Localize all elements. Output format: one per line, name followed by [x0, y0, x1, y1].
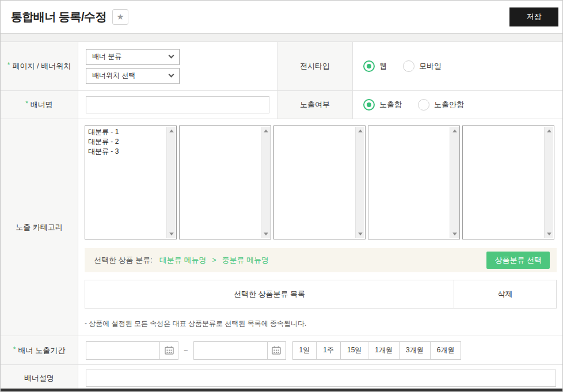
scroll-down-icon[interactable] [452, 233, 457, 235]
save-button[interactable]: 저장 [509, 7, 558, 26]
scrollbar[interactable] [544, 127, 553, 238]
category-listbox-depth4[interactable] [368, 125, 460, 239]
visibility-label: 노출여부 [300, 100, 330, 110]
period-label: 배너 노출기간 [18, 345, 66, 356]
selected-classification-table: 선택한 상품분류 목록 삭제 [85, 280, 557, 309]
scroll-down-icon[interactable] [264, 233, 268, 235]
scroll-up-icon[interactable] [452, 130, 457, 132]
favorite-button[interactable]: ★ [112, 9, 128, 25]
banner-position-select[interactable]: 배너위치 선택 [86, 68, 180, 84]
visibility-content: 노출함 노출안함 [353, 91, 562, 119]
scrollbar[interactable] [355, 127, 364, 238]
scroll-down-icon[interactable] [169, 233, 174, 235]
banner-name-label: 배너명 [31, 100, 53, 110]
category-listbox-depth1[interactable]: 대분류 - 1 대분류 - 2 대분류 - 3 [85, 125, 177, 239]
scrollbar[interactable] [166, 127, 176, 238]
end-date-calendar-button[interactable] [267, 341, 286, 360]
row-category: 노출 카테고리 대분류 - 1 대분류 - 2 대분류 - 3 [1, 119, 562, 336]
required-mark: * [7, 61, 10, 69]
page-title: 통합배너 등록/수정 [11, 9, 106, 25]
period-1day-button[interactable]: 1일 [292, 341, 317, 360]
list-item[interactable]: 대분류 - 2 [85, 137, 165, 147]
start-date-calendar-button[interactable] [159, 341, 178, 360]
selected-classification-bar: 선택한 상품 분류: 대분류 메뉴명 > 중분류 메뉴명 상품분류 선택 [85, 248, 557, 272]
scroll-up-icon[interactable] [358, 130, 363, 132]
period-15days-button[interactable]: 15일 [340, 341, 368, 360]
radio-web-label: 웹 [379, 61, 387, 71]
start-date-group [86, 341, 178, 360]
radio-show[interactable]: 노출함 [363, 99, 402, 111]
row-page-position: * 페이지 / 배너위치 배너 분류 배너위치 선택 전시타입 웹 [1, 42, 562, 91]
calendar-icon [272, 346, 281, 355]
category-listbox-depth3[interactable] [273, 125, 366, 239]
end-date-input[interactable] [193, 341, 267, 360]
banner-class-select-value: 배너 분류 [92, 52, 121, 62]
selected-depth2-link[interactable]: 중분류 메뉴명 [222, 255, 269, 265]
row-description: 배너설명 [1, 365, 562, 391]
page-position-label-cell: * 페이지 / 배너위치 [1, 42, 78, 90]
page-header: 통합배너 등록/수정 ★ 저장 [1, 1, 562, 33]
end-date-group [193, 341, 286, 360]
radio-hide[interactable]: 노출안함 [418, 99, 464, 111]
display-type-label: 전시타입 [300, 61, 330, 71]
radio-selected-icon [363, 60, 375, 72]
banner-class-select[interactable]: 배너 분류 [86, 49, 180, 65]
description-label: 배너설명 [24, 373, 54, 383]
banner-name-input[interactable] [86, 96, 269, 113]
list-item[interactable]: 대분류 - 1 [85, 127, 165, 137]
category-listbox-depth5[interactable] [462, 125, 554, 239]
table-col-list-header: 선택한 상품분류 목록 [85, 280, 454, 308]
category-label-cell: 노출 카테고리 [1, 119, 78, 336]
scrollbar[interactable] [450, 127, 459, 238]
description-label-cell: 배너설명 [1, 365, 78, 391]
path-separator: > [212, 256, 216, 264]
scroll-up-icon[interactable] [547, 130, 551, 132]
banner-name-label-cell: * 배너명 [1, 91, 78, 119]
list-item[interactable]: 대분류 - 3 [85, 147, 165, 157]
radio-web[interactable]: 웹 [363, 60, 387, 72]
scrollbar[interactable] [261, 127, 270, 238]
chevron-down-icon [169, 72, 174, 78]
page-bottom-bar [1, 389, 562, 391]
table-col-delete-header: 삭제 [454, 280, 556, 308]
page-position-label: 페이지 / 배너위치 [12, 61, 71, 71]
period-3months-button[interactable]: 3개월 [399, 341, 431, 360]
description-content [78, 365, 562, 391]
display-type-radio-group: 웹 모바일 [363, 60, 458, 72]
radio-selected-icon [363, 99, 375, 111]
display-type-content: 웹 모바일 [353, 42, 562, 90]
period-1month-button[interactable]: 1개월 [368, 341, 400, 360]
selected-depth1-link[interactable]: 대분류 메뉴명 [159, 255, 207, 265]
display-type-label-cell: 전시타입 [277, 42, 353, 90]
listbox-items: 대분류 - 1 대분류 - 2 대분류 - 3 [85, 127, 165, 157]
visibility-label-cell: 노출여부 [277, 91, 353, 119]
row-period: * 배너 노출기간 ~ [1, 336, 562, 365]
radio-mobile[interactable]: 모바일 [403, 60, 442, 72]
scroll-up-icon[interactable] [264, 130, 268, 132]
visibility-radio-group: 노출함 노출안함 [363, 99, 480, 111]
period-1week-button[interactable]: 1주 [316, 341, 341, 360]
period-quick-buttons: 1일 1주 15일 1개월 3개월 6개월 [292, 341, 462, 360]
scroll-down-icon[interactable] [547, 233, 551, 235]
required-mark: * [13, 345, 16, 353]
required-mark: * [25, 100, 28, 108]
pick-classification-button[interactable]: 상품분류 선택 [486, 252, 550, 269]
category-listbox-depth2[interactable] [179, 125, 271, 239]
description-input[interactable] [86, 370, 556, 387]
scroll-up-icon[interactable] [169, 130, 174, 132]
star-icon: ★ [117, 13, 124, 21]
scroll-down-icon[interactable] [358, 233, 363, 235]
radio-mobile-label: 모바일 [419, 61, 442, 71]
banner-position-select-value: 배너위치 선택 [92, 71, 135, 81]
radio-unselected-icon [418, 99, 429, 111]
start-date-input[interactable] [86, 341, 159, 360]
period-label-cell: * 배너 노출기간 [1, 336, 78, 364]
period-6months-button[interactable]: 6개월 [430, 341, 462, 360]
period-separator: ~ [184, 346, 188, 355]
row-banner-name: * 배너명 노출여부 노출함 노출안함 [1, 91, 562, 119]
radio-show-label: 노출함 [379, 100, 402, 110]
category-note: - 상품에 설정된 모든 속성은 대표 상품분류로 선택된 목록에 종속됩니다. [85, 319, 562, 329]
banner-name-content [78, 91, 277, 119]
category-content: 대분류 - 1 대분류 - 2 대분류 - 3 [78, 119, 562, 336]
radio-unselected-icon [403, 60, 414, 72]
